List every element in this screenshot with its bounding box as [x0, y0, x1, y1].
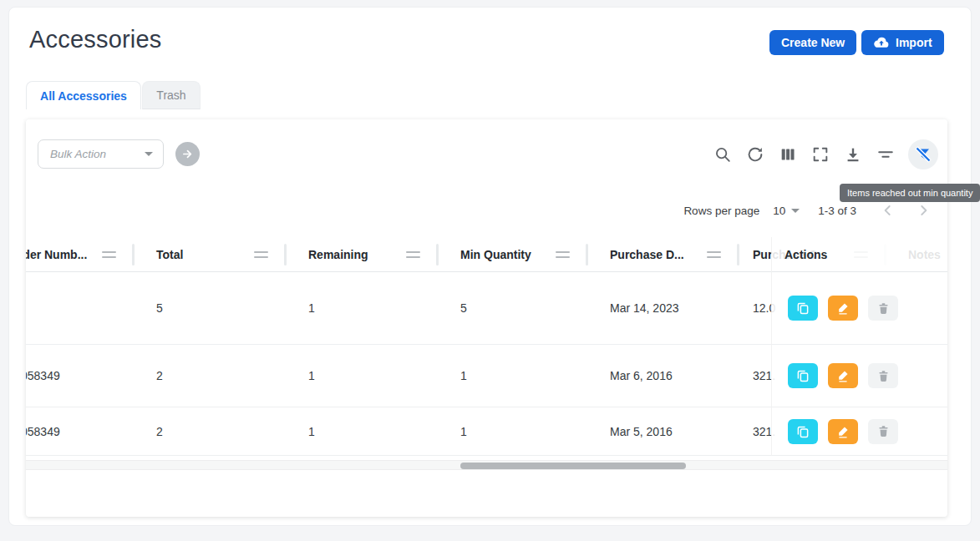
filter-off-icon[interactable] [908, 139, 938, 169]
cell-remaining: 1 [287, 345, 439, 407]
download-icon[interactable] [843, 144, 863, 164]
tab-bar: All Accessories Trash [26, 81, 201, 109]
cell-purchase-date: Mar 6, 2016 [588, 345, 739, 407]
row-actions [772, 407, 947, 456]
edit-button[interactable] [828, 363, 858, 388]
horizontal-scrollbar-thumb[interactable] [460, 463, 686, 469]
cell-min-quantity: 1 [439, 345, 588, 407]
refresh-icon[interactable] [745, 144, 765, 164]
trash-icon [876, 369, 891, 383]
tab-all-accessories-label: All Accessories [40, 89, 127, 103]
cell-remaining: 1 [287, 272, 439, 344]
create-new-button[interactable]: Create New [769, 30, 856, 55]
tab-trash[interactable]: Trash [142, 81, 201, 109]
rows-per-page-value: 10 [773, 205, 785, 217]
row-actions [772, 272, 947, 345]
cell-purchase-date: Mar 14, 2023 [588, 272, 739, 344]
bulk-action-submit-button[interactable] [175, 142, 200, 166]
duplicate-button[interactable] [788, 363, 818, 388]
import-label: Import [896, 36, 932, 49]
table-toolbar [713, 139, 938, 169]
edit-button[interactable] [828, 419, 858, 444]
pencil-icon [835, 368, 851, 383]
chevron-down-icon [791, 209, 800, 213]
actions-sticky-column: Actions [771, 237, 947, 456]
cell-total: 2 [135, 345, 287, 407]
cell-total: 2 [135, 407, 287, 455]
trash-icon [876, 424, 891, 438]
edit-button[interactable] [828, 296, 858, 321]
tab-trash-label: Trash [156, 88, 185, 102]
bulk-action-select[interactable]: Bulk Action [38, 139, 164, 169]
create-new-label: Create New [781, 36, 845, 49]
cell-min-quantity: 5 [439, 272, 588, 344]
pencil-icon [835, 424, 851, 439]
tab-all-accessories[interactable]: All Accessories [26, 81, 141, 109]
table-viewport: Order Numb... Total Remaining Min Quanti… [26, 237, 947, 456]
trash-icon [876, 301, 891, 316]
import-button[interactable]: Import [861, 30, 944, 55]
duplicate-button[interactable] [788, 419, 818, 444]
pencil-icon [835, 301, 851, 316]
chevron-right-icon [915, 202, 932, 219]
tooltip: Items reached out min quantity [840, 184, 980, 202]
cell-min-quantity: 1 [439, 407, 588, 455]
drag-handle-icon[interactable] [102, 251, 116, 258]
column-header-min-quantity[interactable]: Min Quantity [439, 237, 588, 271]
delete-button[interactable] [868, 296, 898, 321]
page-title: Accessories [29, 26, 162, 53]
column-header-total[interactable]: Total [135, 237, 287, 271]
delete-button[interactable] [868, 419, 898, 444]
previous-page-button[interactable] [878, 200, 898, 220]
drag-handle-icon[interactable] [406, 251, 420, 258]
cell-purchase-date: Mar 5, 2016 [588, 407, 739, 455]
chevron-left-icon [880, 202, 896, 219]
row-actions [772, 345, 947, 407]
column-header-actions: Actions [772, 237, 947, 272]
duplicate-button[interactable] [788, 296, 818, 321]
page: Accessories Create New Import All Access… [8, 7, 972, 526]
cell-total: 5 [135, 272, 287, 344]
horizontal-scrollbar-track[interactable] [26, 460, 947, 470]
copy-icon [795, 301, 810, 316]
delete-button[interactable] [868, 363, 898, 388]
column-header-purchase-date[interactable]: Purchase D... [588, 237, 739, 271]
drag-handle-icon[interactable] [707, 251, 721, 258]
copy-icon [795, 368, 810, 383]
filter-lines-icon[interactable] [876, 144, 896, 164]
cell-order-number: 058349 [26, 407, 135, 455]
rows-per-page-label: Rows per page [683, 205, 759, 217]
view-columns-icon[interactable] [778, 144, 798, 164]
rows-per-page-select[interactable]: 10 [773, 205, 800, 217]
drag-handle-icon[interactable] [556, 251, 570, 258]
fullscreen-icon[interactable] [810, 144, 830, 164]
search-icon[interactable] [713, 144, 733, 164]
bulk-action-placeholder: Bulk Action [50, 148, 145, 160]
arrow-right-icon [180, 147, 195, 161]
chevron-down-icon [145, 152, 153, 156]
column-header-remaining[interactable]: Remaining [287, 237, 439, 271]
pagination: Rows per page 10 1-3 of 3 [683, 200, 933, 220]
cloud-upload-icon [873, 34, 890, 51]
cell-order-number: 058349 [26, 345, 135, 407]
copy-icon [795, 424, 810, 439]
cell-order-number [26, 272, 135, 344]
pagination-range: 1-3 of 3 [818, 205, 856, 217]
cell-remaining: 1 [287, 407, 439, 455]
next-page-button[interactable] [913, 200, 933, 220]
drag-handle-icon[interactable] [254, 251, 268, 258]
column-header-order-number[interactable]: Order Numb... [26, 237, 135, 271]
table-card: Bulk Action [26, 119, 947, 517]
